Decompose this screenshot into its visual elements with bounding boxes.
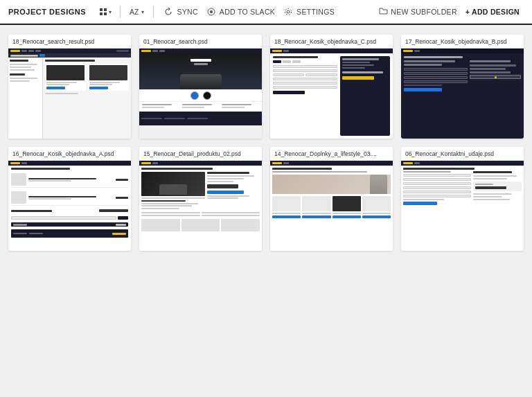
design-label-4: 17_Renocar_Kosik_objednavka_B.psd (401, 35, 524, 48)
design-preview-8: ⊞ (401, 161, 524, 251)
settings-icon (283, 7, 293, 17)
designs-content: 18_Renocar_search_result.psd ⊞ (0, 25, 532, 397)
add-design-button[interactable]: + ADD DESIGN (461, 0, 524, 24)
sync-icon (163, 7, 173, 17)
sort-button[interactable]: AZ ▾ (126, 0, 148, 24)
design-card-7[interactable]: 14_Renocar_Doplnky_a_lifestyle_03.... ⊞ (270, 147, 393, 251)
design-preview-5: ⊞ (8, 161, 131, 251)
divider-2 (153, 6, 154, 18)
add-to-slack-button[interactable]: ADD TO SLACK (202, 0, 279, 24)
design-card-5[interactable]: 16_Renocar_Kosik_objednavka_A.psd ⊞ (8, 147, 131, 251)
design-preview-2: ⊞ (139, 48, 262, 139)
design-label-6: 15_Renocar_Detail_produktu_02.psd (139, 147, 262, 161)
slack-icon (206, 7, 216, 17)
design-label-1: 18_Renocar_search_result.psd (8, 35, 131, 48)
design-preview-3: ⊞ (270, 48, 393, 139)
design-label-8: 06_Renocar_Kontaktni_udaje.psd (401, 147, 524, 161)
designs-grid: 18_Renocar_search_result.psd ⊞ (8, 35, 524, 251)
toolbar: PROJECT DESIGNS ▾ AZ ▾ SYNC ADD TO SLACK (0, 0, 532, 25)
sort-label: AZ (130, 8, 139, 16)
grid-view-chevron: ▾ (109, 9, 112, 15)
new-subfolder-button[interactable]: NEW SUBFOLDER (375, 0, 461, 24)
design-card-2[interactable]: 01_Renocar_search.psd ⊞ (139, 35, 262, 139)
design-label-7: 14_Renocar_Doplnky_a_lifestyle_03.... (270, 147, 393, 161)
design-card-4[interactable]: 17_Renocar_Kosik_objednavka_B.psd ⊞ (401, 35, 524, 139)
svg-point-3 (285, 9, 292, 15)
grid-view-button[interactable]: ▾ (97, 0, 114, 24)
folder-icon (379, 8, 388, 17)
sync-button[interactable]: SYNC (159, 0, 202, 24)
design-card-3[interactable]: 18_Renocar_Kosik_objednavka_C.psd ⊞ (270, 35, 393, 139)
add-to-slack-label: ADD TO SLACK (220, 8, 275, 16)
settings-label: SETTINGS (296, 8, 335, 16)
design-label-3: 18_Renocar_Kosik_objednavka_C.psd (270, 35, 393, 48)
design-preview-7: ⊞ (270, 161, 393, 251)
new-subfolder-label: NEW SUBFOLDER (391, 8, 457, 16)
design-preview-6: ⊞ (139, 161, 262, 251)
project-title: PROJECT DESIGNS (8, 8, 86, 16)
sort-chevron: ▾ (141, 9, 144, 15)
design-card-1[interactable]: 18_Renocar_search_result.psd ⊞ (8, 35, 131, 139)
design-card-8[interactable]: 06_Renocar_Kontaktni_udaje.psd ⊞ (401, 147, 524, 251)
design-card-6[interactable]: 15_Renocar_Detail_produktu_02.psd ⊞ (139, 147, 262, 251)
svg-point-2 (287, 10, 290, 13)
settings-button[interactable]: SETTINGS (279, 0, 339, 24)
design-preview-1: ⊞ (8, 48, 131, 139)
divider-1 (120, 6, 121, 18)
add-design-label: + ADD DESIGN (466, 8, 520, 16)
design-preview-4: ⊞ (401, 48, 524, 139)
svg-point-1 (210, 10, 213, 13)
design-label-2: 01_Renocar_search.psd (139, 35, 262, 48)
sync-label: SYNC (177, 8, 197, 16)
grid-icon (100, 8, 107, 15)
design-label-5: 16_Renocar_Kosik_objednavka_A.psd (8, 147, 131, 161)
